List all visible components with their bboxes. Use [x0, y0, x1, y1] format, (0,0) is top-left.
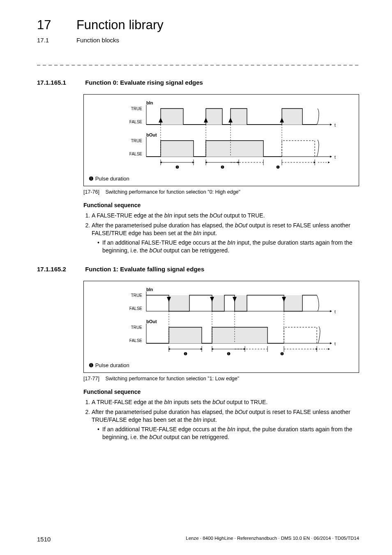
text: A TRUE-FALSE edge at the	[92, 399, 164, 405]
label-t-bin: t	[334, 123, 336, 127]
footer-meta: Lenze · 8400 HighLine · Referenzhandbuch…	[186, 535, 359, 542]
section-number-2: 17.1.165.2	[37, 265, 83, 273]
label-true-bin: TRUE	[131, 106, 143, 111]
label-t-bout: t	[334, 155, 336, 160]
timing-diagram-falling: bIn TRUE FALSE t	[89, 285, 348, 359]
label-t-bout-2: t	[334, 342, 336, 346]
figure-number-2: [17-77]	[83, 375, 104, 382]
marker-2a: ❶	[184, 352, 187, 356]
figure-caption-text-2: Switching performance for function selec…	[105, 376, 239, 382]
term-bOut: bOut	[212, 399, 225, 405]
term-bOut: bOut	[235, 222, 247, 229]
marker-2c: ❶	[280, 352, 284, 356]
text: input.	[201, 416, 217, 423]
page-number: 1510	[37, 536, 51, 543]
svg-rect-34	[169, 327, 202, 343]
term-bIn: bIn	[193, 230, 201, 236]
svg-rect-28	[169, 295, 189, 311]
label-false-bin: FALSE	[129, 120, 142, 124]
figure-caption-1: [17-76] Switching performance for functi…	[83, 189, 359, 196]
text: output can be retriggered.	[162, 434, 229, 440]
figure-number-1: [17-76]	[83, 189, 104, 196]
text: output can be retriggered.	[162, 247, 229, 254]
section-title-1: Function 0: Evaluate rising signal edges	[85, 79, 203, 86]
label-true-bin-2: TRUE	[131, 293, 143, 298]
sequence-list-1: A FALSE-TRUE edge at the bIn input sets …	[83, 212, 359, 254]
legend-marker-2: ❶	[89, 362, 94, 368]
list-item: A FALSE-TRUE edge at the bIn input sets …	[92, 212, 359, 220]
text: output to TRUE.	[225, 399, 267, 405]
label-t-bin-2: t	[334, 310, 336, 314]
list-item: After the parameterised pulse duration h…	[92, 408, 359, 441]
label-true-bout-2: TRUE	[131, 325, 143, 330]
term-bIn: bIn	[164, 399, 172, 405]
term-bIn: bIn	[227, 426, 235, 432]
chapter-header: 17 Function library	[37, 16, 359, 34]
legend-text-1: Pulse duration	[95, 176, 129, 182]
svg-rect-30	[235, 295, 247, 311]
timing-diagram-rising: bIn TRUE FALSE t	[89, 99, 348, 173]
subsection-title: Function blocks	[76, 36, 119, 44]
figure-17-77: bIn TRUE FALSE t	[83, 281, 359, 373]
chapter-title: Function library	[76, 16, 164, 34]
svg-rect-3	[206, 109, 222, 125]
page-footer: 1510 Lenze · 8400 HighLine · Referenzhan…	[37, 535, 359, 543]
list-item: If an additional FALSE-TRUE edge occurs …	[97, 239, 359, 254]
list-item: A TRUE-FALSE edge at the bIn inputs sets…	[92, 398, 359, 406]
svg-rect-8	[161, 141, 194, 157]
marker-1a: ❶	[175, 165, 179, 169]
text: If an additional TRUE-FALSE edge occurs …	[102, 426, 227, 432]
svg-rect-9	[206, 141, 263, 157]
marker-1b: ❶	[221, 165, 224, 169]
text: If an additional FALSE-TRUE edge occurs …	[102, 239, 227, 246]
text: input.	[201, 230, 217, 236]
marker-1c: ❶	[276, 165, 280, 169]
marker-2b: ❶	[227, 352, 231, 356]
figure-caption-2: [17-77] Switching performance for functi…	[83, 375, 359, 382]
divider-dashes: _ _ _ _ _ _ _ _ _ _ _ _ _ _ _ _ _ _ _ _ …	[37, 58, 359, 66]
text: A FALSE-TRUE edge at the	[92, 212, 164, 219]
legend-text-2: Pulse duration	[95, 362, 129, 368]
svg-rect-5	[282, 109, 302, 125]
text: After the parameterised pulse duration h…	[92, 409, 235, 415]
chapter-number: 17	[37, 16, 75, 34]
section-heading-2: 17.1.165.2 Function 1: Evaluate falling …	[37, 265, 359, 273]
label-true-bout: TRUE	[131, 139, 143, 143]
text: After the parameterised pulse duration h…	[92, 222, 235, 229]
label-false-bout-2: FALSE	[129, 338, 142, 343]
label-false-bin-2: FALSE	[129, 306, 142, 311]
figure-legend-2: ❶ Pulse duration	[89, 362, 354, 369]
legend-marker-1: ❶	[89, 176, 94, 182]
term-bOut: bOut	[210, 212, 222, 219]
text: input sets the	[172, 212, 210, 219]
list-item: If an additional TRUE-FALSE edge occurs …	[97, 426, 359, 441]
svg-rect-31	[284, 295, 302, 311]
text: output to TRUE.	[222, 212, 265, 219]
figure-17-76: bIn TRUE FALSE t	[83, 94, 359, 186]
term-bOut: bOut	[149, 434, 161, 440]
term-bOut: bOut	[149, 247, 161, 254]
term-bIn: bIn	[193, 416, 201, 423]
functional-sequence-head-1: Functional sequence	[83, 201, 359, 209]
subsection-header: 17.1 Function blocks	[37, 34, 359, 44]
list-item: After the parameterised pulse duration h…	[92, 222, 359, 254]
term-bIn: bIn	[164, 212, 172, 219]
term-bOut: bOut	[235, 409, 247, 415]
figure-legend-1: ❶ Pulse duration	[89, 175, 354, 183]
svg-rect-29	[212, 295, 224, 311]
section-number-1: 17.1.165.1	[37, 79, 83, 87]
sequence-list-2: A TRUE-FALSE edge at the bIn inputs sets…	[83, 398, 359, 441]
label-bOut: bOut	[146, 132, 157, 137]
section-title-2: Function 1: Evaluate falling signal edge…	[85, 266, 204, 273]
label-false-bout: FALSE	[129, 152, 142, 156]
functional-sequence-head-2: Functional sequence	[83, 388, 359, 396]
label-bIn: bIn	[146, 100, 153, 105]
figure-caption-text-1: Switching performance for function selec…	[105, 189, 240, 195]
text: inputs sets the	[172, 399, 212, 405]
label-bIn-2: bIn	[146, 287, 153, 292]
svg-rect-4	[231, 109, 247, 125]
svg-rect-2	[161, 109, 183, 125]
term-bIn: bIn	[227, 239, 235, 246]
subsection-number: 17.1	[37, 36, 75, 44]
svg-rect-35	[212, 327, 267, 343]
